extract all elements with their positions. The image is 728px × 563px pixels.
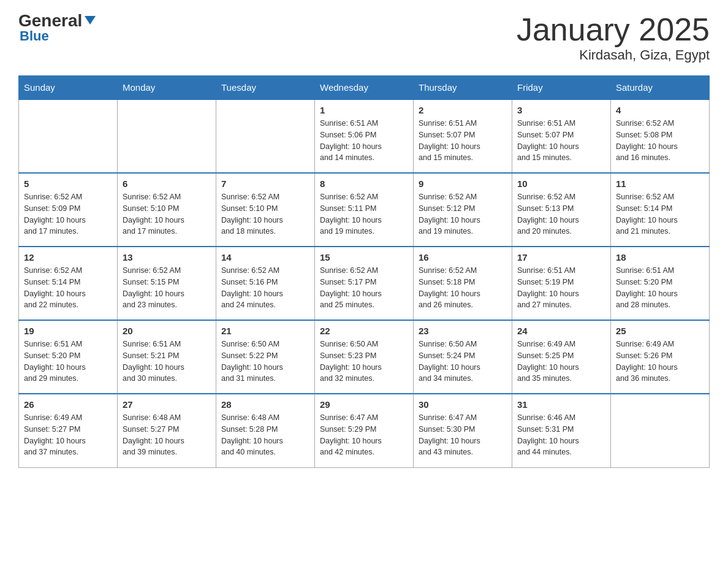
day-info: Sunrise: 6:52 AM Sunset: 5:18 PM Dayligh… — [419, 265, 507, 311]
calendar-cell: 12Sunrise: 6:52 AM Sunset: 5:14 PM Dayli… — [19, 247, 118, 320]
day-info: Sunrise: 6:51 AM Sunset: 5:21 PM Dayligh… — [123, 339, 211, 385]
day-number: 28 — [221, 399, 309, 410]
calendar-cell: 15Sunrise: 6:52 AM Sunset: 5:17 PM Dayli… — [315, 247, 414, 320]
calendar-cell: 2Sunrise: 6:51 AM Sunset: 5:07 PM Daylig… — [414, 99, 512, 173]
page-header: General Blue January 2025 Kirdasah, Giza… — [18, 12, 710, 63]
day-number: 19 — [24, 326, 112, 336]
header-monday: Monday — [118, 76, 216, 100]
day-info: Sunrise: 6:49 AM Sunset: 5:26 PM Dayligh… — [616, 339, 704, 385]
calendar-cell: 17Sunrise: 6:51 AM Sunset: 5:19 PM Dayli… — [512, 247, 611, 320]
day-info: Sunrise: 6:52 AM Sunset: 5:10 PM Dayligh… — [221, 191, 309, 237]
calendar-cell: 4Sunrise: 6:52 AM Sunset: 5:08 PM Daylig… — [611, 99, 710, 173]
calendar-week-row: 12Sunrise: 6:52 AM Sunset: 5:14 PM Dayli… — [19, 247, 710, 320]
day-number: 2 — [419, 105, 507, 115]
header-thursday: Thursday — [414, 76, 512, 100]
calendar-cell — [118, 99, 216, 173]
day-number: 20 — [123, 326, 211, 336]
calendar-cell — [19, 99, 118, 173]
day-number: 30 — [419, 399, 507, 410]
day-number: 4 — [616, 105, 704, 115]
calendar-week-row: 1Sunrise: 6:51 AM Sunset: 5:06 PM Daylig… — [19, 99, 710, 173]
calendar-cell: 24Sunrise: 6:49 AM Sunset: 5:25 PM Dayli… — [512, 320, 611, 394]
day-info: Sunrise: 6:52 AM Sunset: 5:09 PM Dayligh… — [24, 191, 112, 237]
day-number: 29 — [320, 399, 408, 410]
day-number: 16 — [419, 252, 507, 262]
day-info: Sunrise: 6:52 AM Sunset: 5:14 PM Dayligh… — [616, 191, 704, 237]
calendar-cell: 16Sunrise: 6:52 AM Sunset: 5:18 PM Dayli… — [414, 247, 512, 320]
day-info: Sunrise: 6:48 AM Sunset: 5:28 PM Dayligh… — [221, 412, 309, 458]
day-number: 3 — [517, 105, 605, 115]
calendar-cell: 25Sunrise: 6:49 AM Sunset: 5:26 PM Dayli… — [611, 320, 710, 394]
day-info: Sunrise: 6:52 AM Sunset: 5:16 PM Dayligh… — [221, 265, 309, 311]
day-number: 17 — [517, 252, 605, 262]
calendar-cell: 31Sunrise: 6:46 AM Sunset: 5:31 PM Dayli… — [512, 394, 611, 467]
header-wednesday: Wednesday — [315, 76, 414, 100]
day-number: 15 — [320, 252, 408, 262]
day-info: Sunrise: 6:47 AM Sunset: 5:29 PM Dayligh… — [320, 412, 408, 458]
day-info: Sunrise: 6:52 AM Sunset: 5:14 PM Dayligh… — [24, 265, 112, 311]
logo: General Blue — [18, 12, 97, 44]
day-info: Sunrise: 6:52 AM Sunset: 5:12 PM Dayligh… — [419, 191, 507, 237]
header-sunday: Sunday — [19, 76, 118, 100]
svg-marker-0 — [85, 16, 96, 25]
day-number: 7 — [221, 178, 309, 189]
calendar-body: 1Sunrise: 6:51 AM Sunset: 5:06 PM Daylig… — [19, 99, 710, 467]
calendar-cell: 10Sunrise: 6:52 AM Sunset: 5:13 PM Dayli… — [512, 173, 611, 247]
logo-triangle-icon — [83, 13, 97, 27]
calendar-cell: 20Sunrise: 6:51 AM Sunset: 5:21 PM Dayli… — [118, 320, 216, 394]
header-tuesday: Tuesday — [216, 76, 315, 100]
day-number: 21 — [221, 326, 309, 336]
day-info: Sunrise: 6:51 AM Sunset: 5:07 PM Dayligh… — [517, 118, 605, 164]
day-info: Sunrise: 6:47 AM Sunset: 5:30 PM Dayligh… — [419, 412, 507, 458]
header-friday: Friday — [512, 76, 611, 100]
day-number: 10 — [517, 178, 605, 189]
title-block: January 2025 Kirdasah, Giza, Egypt — [517, 12, 710, 63]
day-info: Sunrise: 6:51 AM Sunset: 5:06 PM Dayligh… — [320, 118, 408, 164]
calendar-cell: 30Sunrise: 6:47 AM Sunset: 5:30 PM Dayli… — [414, 394, 512, 467]
calendar-cell: 19Sunrise: 6:51 AM Sunset: 5:20 PM Dayli… — [19, 320, 118, 394]
day-info: Sunrise: 6:50 AM Sunset: 5:23 PM Dayligh… — [320, 339, 408, 385]
calendar-subtitle: Kirdasah, Giza, Egypt — [517, 47, 710, 63]
calendar-cell: 7Sunrise: 6:52 AM Sunset: 5:10 PM Daylig… — [216, 173, 315, 247]
day-number: 5 — [24, 178, 112, 189]
day-info: Sunrise: 6:52 AM Sunset: 5:08 PM Dayligh… — [616, 118, 704, 164]
day-number: 25 — [616, 326, 704, 336]
day-info: Sunrise: 6:51 AM Sunset: 5:07 PM Dayligh… — [419, 118, 507, 164]
calendar-cell: 23Sunrise: 6:50 AM Sunset: 5:24 PM Dayli… — [414, 320, 512, 394]
day-number: 13 — [123, 252, 211, 262]
header-saturday: Saturday — [611, 76, 710, 100]
calendar-cell: 5Sunrise: 6:52 AM Sunset: 5:09 PM Daylig… — [19, 173, 118, 247]
day-info: Sunrise: 6:51 AM Sunset: 5:19 PM Dayligh… — [517, 265, 605, 311]
day-number: 1 — [320, 105, 408, 115]
calendar-cell — [216, 99, 315, 173]
day-info: Sunrise: 6:52 AM Sunset: 5:10 PM Dayligh… — [123, 191, 211, 237]
calendar-week-row: 26Sunrise: 6:49 AM Sunset: 5:27 PM Dayli… — [19, 394, 710, 467]
logo-general-text: General — [18, 12, 82, 29]
calendar-week-row: 19Sunrise: 6:51 AM Sunset: 5:20 PM Dayli… — [19, 320, 710, 394]
calendar-cell: 8Sunrise: 6:52 AM Sunset: 5:11 PM Daylig… — [315, 173, 414, 247]
calendar-cell: 29Sunrise: 6:47 AM Sunset: 5:29 PM Dayli… — [315, 394, 414, 467]
calendar-cell: 3Sunrise: 6:51 AM Sunset: 5:07 PM Daylig… — [512, 99, 611, 173]
weekday-header-row: Sunday Monday Tuesday Wednesday Thursday… — [19, 76, 710, 100]
calendar-title: January 2025 — [517, 12, 710, 47]
calendar-cell: 9Sunrise: 6:52 AM Sunset: 5:12 PM Daylig… — [414, 173, 512, 247]
calendar-cell: 14Sunrise: 6:52 AM Sunset: 5:16 PM Dayli… — [216, 247, 315, 320]
day-info: Sunrise: 6:49 AM Sunset: 5:27 PM Dayligh… — [24, 412, 112, 458]
day-info: Sunrise: 6:52 AM Sunset: 5:15 PM Dayligh… — [123, 265, 211, 311]
calendar-table: Sunday Monday Tuesday Wednesday Thursday… — [18, 75, 710, 468]
calendar-cell — [611, 394, 710, 467]
calendar-cell: 13Sunrise: 6:52 AM Sunset: 5:15 PM Dayli… — [118, 247, 216, 320]
calendar-cell: 27Sunrise: 6:48 AM Sunset: 5:27 PM Dayli… — [118, 394, 216, 467]
day-number: 31 — [517, 399, 605, 410]
day-info: Sunrise: 6:48 AM Sunset: 5:27 PM Dayligh… — [123, 412, 211, 458]
calendar-cell: 1Sunrise: 6:51 AM Sunset: 5:06 PM Daylig… — [315, 99, 414, 173]
day-info: Sunrise: 6:51 AM Sunset: 5:20 PM Dayligh… — [616, 265, 704, 311]
day-number: 8 — [320, 178, 408, 189]
day-info: Sunrise: 6:50 AM Sunset: 5:24 PM Dayligh… — [419, 339, 507, 385]
day-number: 18 — [616, 252, 704, 262]
day-info: Sunrise: 6:52 AM Sunset: 5:17 PM Dayligh… — [320, 265, 408, 311]
day-number: 9 — [419, 178, 507, 189]
calendar-week-row: 5Sunrise: 6:52 AM Sunset: 5:09 PM Daylig… — [19, 173, 710, 247]
calendar-header: Sunday Monday Tuesday Wednesday Thursday… — [19, 76, 710, 100]
calendar-cell: 22Sunrise: 6:50 AM Sunset: 5:23 PM Dayli… — [315, 320, 414, 394]
